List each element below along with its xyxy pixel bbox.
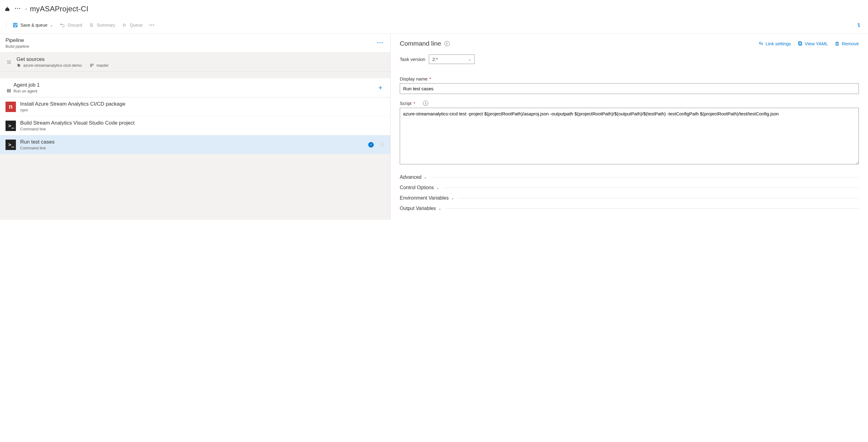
task-detail-panel: Command line i Link settings View YAML [391,34,868,220]
chevron-down-icon: ⌄ [438,206,441,211]
link-settings-button[interactable]: Link settings [758,41,791,46]
info-icon[interactable]: i [444,41,450,46]
add-task-button[interactable]: + [376,83,385,92]
output-vars-section[interactable]: Output Variables ⌄ [400,203,859,214]
repo-icon [17,63,21,68]
info-icon[interactable]: i [423,101,428,106]
view-yaml-label: View YAML [805,41,828,46]
task-version-label: Task version [400,57,425,62]
svg-point-16 [91,64,91,65]
svg-rect-2 [7,7,8,8]
env-vars-section[interactable]: Environment Variables ⌄ [400,193,859,203]
pipeline-title: Pipeline [5,37,372,43]
undo-icon [60,22,65,28]
display-name-label: Display name [400,76,428,82]
remove-label: Remove [842,41,859,46]
remove-button[interactable]: Remove [835,41,859,46]
task-title: Install Azure Stream Analytics CI/CD pac… [20,101,385,107]
chevron-down-icon: ⌄ [424,175,427,179]
get-sources-title: Get sources [17,56,385,62]
svg-rect-5 [14,25,17,27]
get-sources-row[interactable]: Get sources azure-streamanalytics-cicd-d… [0,53,390,71]
svg-rect-1 [6,8,9,8]
summary-button[interactable]: Summary [86,21,118,30]
chevron-down-icon: ⌄ [468,57,471,61]
agent-job-row[interactable]: Agent job 1 Run on agent + [0,78,390,97]
task-row[interactable]: >_ Build Stream Analytics Visual Studio … [0,116,390,135]
terminal-icon: >_ [5,121,16,131]
chevron-right-icon: › [25,6,27,11]
queue-label: Queue [130,23,143,28]
repo-name: azure-streamanalytics-cicd-demo [23,63,82,68]
server-icon [5,88,12,93]
svg-rect-4 [14,23,16,25]
control-options-section[interactable]: Control Options ⌄ [400,182,859,193]
task-version-value: 2.* [432,57,438,62]
npm-icon: n [5,101,16,112]
svg-rect-20 [7,90,11,91]
task-version-select[interactable]: 2.* ⌄ [429,55,475,64]
chevron-down-icon: ⌄ [50,23,53,27]
link-settings-label: Link settings [766,41,791,46]
breadcrumb-overflow[interactable]: ··· [13,4,22,13]
summary-label: Summary [97,23,115,28]
check-icon: ✓ [368,142,374,148]
required-marker: * [429,76,431,82]
sources-icon [5,60,12,65]
view-yaml-button[interactable]: View YAML [798,41,828,46]
script-textarea[interactable] [400,108,859,165]
divider [459,198,859,198]
pipeline-menu-button[interactable]: ··· [376,38,385,48]
page-title: myASAProject-CI [30,5,88,13]
svg-rect-24 [836,42,838,45]
toolbar-overflow[interactable]: ··· [147,21,157,29]
svg-rect-19 [7,89,11,90]
breadcrumb: ··· › myASAProject-CI [0,0,868,21]
task-subtitle: npm [20,108,385,112]
discard-button[interactable]: Discard [57,21,85,30]
task-title: Run test cases [20,139,364,145]
svg-point-18 [92,64,93,65]
divider [431,177,859,178]
yaml-icon [798,41,803,46]
divider [445,208,859,209]
trash-icon [835,41,840,46]
agent-job-title: Agent job 1 [13,82,372,88]
agent-job-subtitle: Run on agent [13,89,372,93]
save-icon [12,22,18,28]
task-row[interactable]: >_ Run test cases Command line ✓ ⋮⋮⋮⋮⋮⋮ [0,135,390,154]
branch-icon [90,63,94,68]
play-icon [122,22,127,28]
toolbar: Save & queue ⌄ Discard Summary Queue ··· [0,21,868,34]
task-subtitle: Command line [20,127,385,131]
task-title: Build Stream Analytics Visual Studio Cod… [20,120,385,126]
pipeline-tree: Pipeline Build pipeline ··· Get sources … [0,34,391,220]
env-vars-label: Environment Variables [400,195,449,201]
task-subtitle: Command line [20,146,364,150]
terminal-icon: >_ [5,140,16,150]
save-and-queue-label: Save & queue [21,23,48,28]
pipeline-subtitle: Build pipeline [5,44,372,49]
output-vars-label: Output Variables [400,206,436,211]
script-label: Script [400,101,411,106]
drag-handle-icon[interactable]: ⋮⋮⋮⋮⋮⋮ [380,143,385,147]
branch-name: master [96,63,108,68]
task-row[interactable]: n Install Azure Stream Analytics CI/CD p… [0,97,390,116]
svg-marker-9 [124,24,126,27]
save-and-queue-button[interactable]: Save & queue ⌄ [10,21,55,30]
discard-label: Discard [68,23,82,28]
display-name-input[interactable] [400,83,859,94]
separator [6,22,6,28]
required-marker: * [413,101,415,106]
svg-rect-21 [7,91,11,92]
collapse-panel-button[interactable] [854,21,864,29]
svg-rect-0 [5,9,9,11]
detail-title: Command line [400,40,441,47]
advanced-section[interactable]: Advanced ⌄ [400,172,859,182]
pipeline-header[interactable]: Pipeline Build pipeline ··· [0,34,390,53]
control-options-label: Control Options [400,185,434,190]
queue-button[interactable]: Queue [119,21,145,30]
chevron-down-icon: ⌄ [436,185,439,190]
project-icon [4,6,10,12]
link-icon [758,41,764,46]
